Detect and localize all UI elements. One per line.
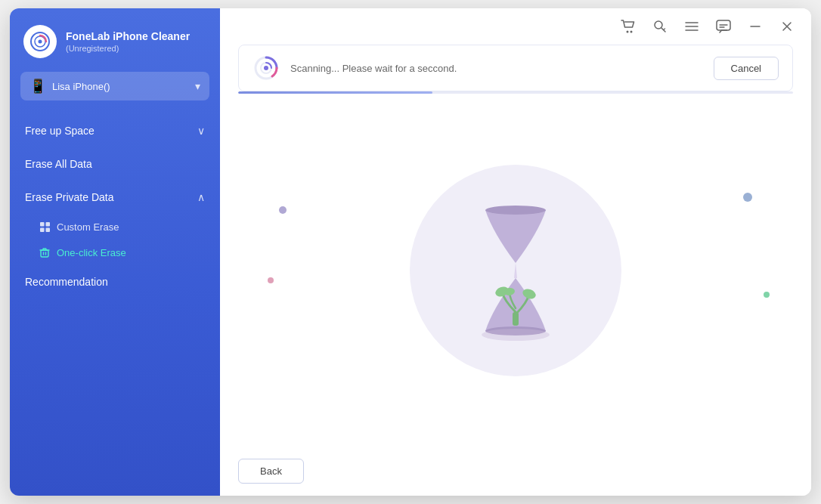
main-content: Scanning... Please wait for a seccond. C… bbox=[220, 8, 811, 496]
app-window: FoneLab iPhone Cleaner (Unregistered) 📱 … bbox=[10, 8, 811, 496]
svg-rect-6 bbox=[45, 227, 50, 232]
one-click-erase-label: One-click Erase bbox=[57, 247, 126, 258]
chevron-up-icon: ∧ bbox=[197, 191, 205, 203]
grid-icon bbox=[39, 221, 51, 233]
svg-point-15 bbox=[485, 206, 546, 215]
chat-icon[interactable] bbox=[713, 16, 734, 37]
back-button[interactable]: Back bbox=[238, 459, 304, 484]
sidebar-item-erase-all-data[interactable]: Erase All Data bbox=[10, 147, 220, 181]
sidebar-item-label: Erase All Data bbox=[25, 158, 92, 170]
phone-icon: 📱 bbox=[29, 78, 46, 94]
dot-3 bbox=[743, 193, 752, 202]
dot-2 bbox=[268, 277, 274, 283]
sidebar-item-custom-erase[interactable]: Custom Erase bbox=[10, 214, 220, 240]
device-selector[interactable]: 📱 Lisa iPhone() ▾ bbox=[20, 72, 209, 100]
chevron-down-icon: ∨ bbox=[197, 125, 205, 137]
cancel-button[interactable]: Cancel bbox=[714, 57, 779, 80]
sidebar-item-one-click-erase[interactable]: One-click Erase bbox=[10, 240, 220, 265]
hourglass-svg bbox=[455, 195, 576, 346]
app-subtitle-text: (Unregistered) bbox=[66, 44, 190, 53]
app-title: FoneLab iPhone Cleaner (Unregistered) bbox=[66, 30, 190, 53]
menu-icon[interactable] bbox=[681, 16, 702, 37]
dot-1 bbox=[279, 206, 287, 214]
sidebar-item-free-up-space[interactable]: Free up Space ∨ bbox=[10, 114, 220, 147]
sidebar-item-label: Free up Space bbox=[25, 125, 94, 137]
key-icon[interactable] bbox=[649, 16, 671, 37]
svg-point-8 bbox=[627, 31, 629, 33]
svg-rect-4 bbox=[45, 222, 50, 227]
app-title-text: FoneLab iPhone Cleaner bbox=[66, 30, 190, 42]
scanning-text: Scanning... Please wait for a seccond. bbox=[290, 63, 703, 74]
device-chevron-icon: ▾ bbox=[195, 80, 200, 92]
custom-erase-label: Custom Erase bbox=[57, 221, 119, 233]
svg-point-14 bbox=[264, 66, 268, 70]
svg-rect-3 bbox=[40, 222, 45, 227]
svg-point-17 bbox=[482, 329, 550, 341]
dot-4 bbox=[764, 292, 770, 298]
sidebar-item-label: Erase Private Data bbox=[25, 191, 114, 203]
titlebar bbox=[220, 8, 811, 45]
svg-point-2 bbox=[39, 40, 42, 44]
sidebar-item-recommendation[interactable]: Recommendation bbox=[10, 265, 220, 298]
hourglass-illustration bbox=[410, 165, 621, 376]
cart-icon[interactable] bbox=[618, 16, 639, 37]
scanning-bar: Scanning... Please wait for a seccond. C… bbox=[238, 45, 793, 91]
scanning-spinner bbox=[252, 54, 280, 82]
app-logo bbox=[23, 25, 57, 58]
sidebar-header: FoneLab iPhone Cleaner (Unregistered) bbox=[10, 8, 220, 72]
trash-icon bbox=[39, 246, 51, 258]
bottom-bar: Back bbox=[220, 447, 811, 496]
svg-rect-7 bbox=[41, 250, 48, 257]
minimize-icon[interactable] bbox=[745, 16, 766, 37]
sidebar: FoneLab iPhone Cleaner (Unregistered) 📱 … bbox=[10, 8, 220, 496]
sidebar-item-erase-private-data[interactable]: Erase Private Data ∧ bbox=[10, 181, 220, 214]
svg-point-9 bbox=[630, 31, 633, 33]
close-icon[interactable] bbox=[776, 16, 798, 37]
svg-rect-5 bbox=[40, 227, 45, 232]
illustration-area bbox=[220, 94, 811, 447]
device-name-label: Lisa iPhone() bbox=[52, 81, 110, 92]
sidebar-item-label: Recommendation bbox=[25, 276, 108, 288]
